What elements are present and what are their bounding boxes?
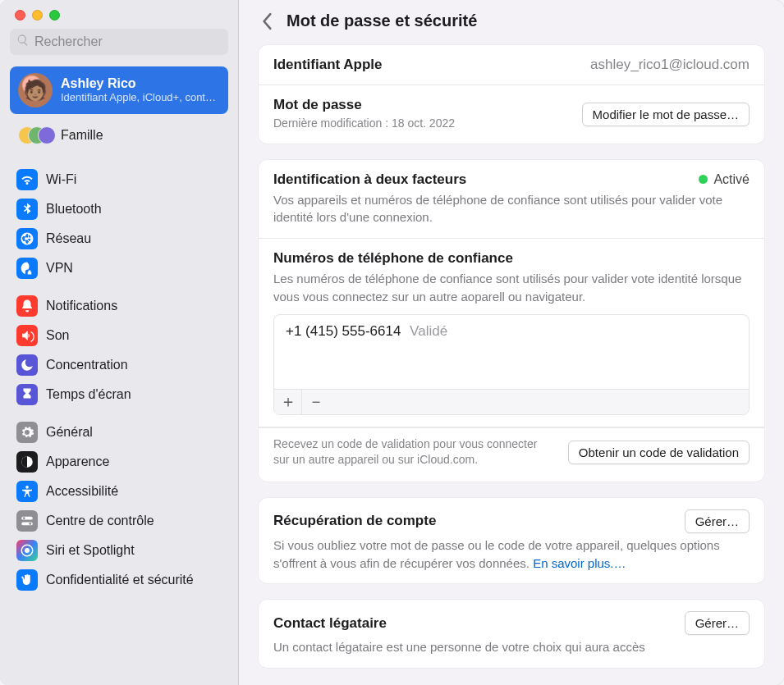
change-password-button[interactable]: Modifier le mot de passe… (582, 103, 750, 126)
row-apple-id: Identifiant Apple ashley_rico1@icloud.co… (259, 45, 764, 85)
sidebar-item-notifications[interactable]: Notifications (10, 291, 228, 321)
sidebar: 🧑🏽 Ashley Rico Identifiant Apple, iCloud… (0, 0, 239, 685)
sidebar-item-controlcenter[interactable]: Centre de contrôle (10, 506, 228, 536)
search-icon (16, 34, 34, 50)
row-two-factor: Identification à deux facteurs Activé Vo… (259, 160, 764, 240)
sidebar-item-privacy[interactable]: Confidentialité et sécurité (10, 565, 228, 595)
sidebar-item-label: Général (46, 425, 93, 440)
account-recovery-title: Récupération de compte (273, 513, 436, 529)
content-header: Mot de passe et sécurité (259, 0, 764, 45)
status-dot-icon (699, 175, 708, 184)
sidebar-item-appearance[interactable]: Apparence (10, 447, 228, 477)
sidebar-item-label: Temps d'écran (46, 387, 131, 402)
sidebar-item-vpn[interactable]: VPN (10, 253, 228, 283)
sidebar-item-label: VPN (46, 261, 73, 276)
remove-phone-button[interactable]: － (302, 390, 330, 414)
sidebar-item-accessibility[interactable]: Accessibilité (10, 477, 228, 506)
card-legacy-contact: Contact légataire Gérer… Un contact léga… (259, 600, 764, 668)
moon-icon (16, 354, 38, 376)
row-password: Mot de passe Dernière modification : 18 … (259, 85, 764, 144)
sidebar-item-focus[interactable]: Concentration (10, 350, 228, 380)
window-controls (10, 8, 228, 29)
minimize-window-button[interactable] (32, 10, 43, 21)
plus-icon: ＋ (280, 390, 296, 413)
svg-point-4 (23, 517, 25, 519)
trusted-phones-title: Numéros de téléphone de confiance (273, 250, 750, 267)
apparence-icon (16, 451, 38, 473)
sidebar-item-label: Concentration (46, 358, 128, 372)
gear-icon (16, 422, 38, 443)
access-icon (16, 481, 38, 502)
manage-account-recovery-button[interactable]: Gérer… (685, 509, 750, 533)
row-trusted-phones: Numéros de téléphone de confiance Les nu… (259, 239, 764, 427)
sidebar-item-label: Wi-Fi (46, 172, 76, 187)
sidebar-item-siri[interactable]: Siri et Spotlight (10, 536, 228, 565)
row-get-verification-code: Recevez un code de validation pour vous … (259, 427, 764, 482)
password-last-modified: Dernière modification : 18 oct. 2022 (273, 116, 455, 132)
family-avatars-icon (18, 124, 53, 147)
trusted-phone-controls: ＋ － (274, 389, 749, 414)
bell-icon (16, 295, 38, 317)
card-two-factor: Identification à deux facteurs Activé Vo… (259, 160, 764, 482)
globe-lock-icon (16, 258, 38, 279)
sidebar-item-wifi[interactable]: Wi-Fi (10, 165, 228, 194)
sidebar-item-label: Apparence (46, 454, 109, 469)
get-verification-code-button[interactable]: Obtenir un code de validation (568, 441, 750, 464)
card-account-recovery: Récupération de compte Gérer… Si vous ou… (259, 498, 764, 584)
manage-legacy-contact-button[interactable]: Gérer… (685, 611, 750, 635)
close-window-button[interactable] (15, 10, 25, 21)
sidebar-item-general[interactable]: Général (10, 418, 228, 447)
two-factor-status: Activé (699, 172, 750, 187)
avatar: 🧑🏽 (18, 73, 53, 107)
minus-icon: － (308, 390, 324, 413)
speaker-icon (16, 325, 38, 346)
fullscreen-window-button[interactable] (49, 10, 60, 21)
apple-id-value: ashley_rico1@icloud.com (590, 57, 750, 73)
search-input[interactable] (34, 34, 222, 49)
account-card[interactable]: 🧑🏽 Ashley Rico Identifiant Apple, iCloud… (10, 66, 228, 114)
sidebar-item-label: Réseau (46, 231, 91, 246)
content-pane: Mot de passe et sécurité Identifiant App… (239, 0, 784, 685)
page-title: Mot de passe et sécurité (287, 11, 477, 30)
row-account-recovery: Récupération de compte Gérer… Si vous ou… (259, 498, 764, 584)
legacy-contact-description: Un contact légataire est une personne de… (273, 638, 750, 656)
globe-icon (16, 228, 38, 249)
sidebar-item-network[interactable]: Réseau (10, 224, 228, 253)
sidebar-item-label: Famille (61, 128, 103, 143)
row-legacy-contact: Contact légataire Gérer… Un contact léga… (259, 600, 764, 668)
card-identity: Identifiant Apple ashley_rico1@icloud.co… (259, 45, 764, 144)
sidebar-item-sound[interactable]: Son (10, 321, 228, 350)
sidebar-item-label: Centre de contrôle (46, 514, 154, 528)
switches-icon (16, 510, 38, 532)
hourglass-icon (16, 384, 38, 405)
verification-code-description: Recevez un code de validation pour vous … (273, 436, 553, 468)
account-subtitle: Identifiant Apple, iCloud+, contenu mult… (61, 91, 217, 104)
legacy-contact-title: Contact légataire (273, 615, 387, 632)
phone-number-text: +1 (415) 555-6614 (286, 323, 401, 339)
sidebar-item-family[interactable]: Famille (10, 119, 228, 152)
two-factor-title: Identification à deux facteurs (273, 171, 466, 188)
learn-more-link[interactable]: En savoir plus.… (533, 556, 626, 570)
wifi-icon (16, 169, 38, 190)
password-label: Mot de passe (273, 97, 455, 113)
add-phone-button[interactable]: ＋ (274, 390, 302, 414)
sidebar-item-label: Son (46, 328, 69, 343)
two-factor-description: Vos appareils et numéros de téléphone de… (273, 191, 750, 227)
sidebar-item-label: Accessibilité (46, 484, 118, 499)
trusted-phone-entry[interactable]: +1 (415) 555-6614 Validé (274, 315, 749, 389)
svg-point-5 (29, 523, 31, 525)
sidebar-item-bluetooth[interactable]: Bluetooth (10, 194, 228, 224)
two-factor-status-text: Activé (713, 172, 750, 187)
apple-id-label: Identifiant Apple (273, 57, 383, 73)
sidebar-item-screentime[interactable]: Temps d'écran (10, 380, 228, 409)
sidebar-item-label: Siri et Spotlight (46, 543, 135, 558)
trusted-phones-description: Les numéros de téléphone de confiance so… (273, 270, 750, 306)
trusted-phones-list: +1 (415) 555-6614 Validé ＋ － (273, 314, 750, 415)
sidebar-item-label: Notifications (46, 299, 117, 313)
bluetooth-icon (16, 199, 38, 220)
search-field[interactable] (10, 29, 228, 55)
account-recovery-description: Si vous oubliez votre mot de passe ou le… (273, 537, 750, 573)
svg-point-1 (25, 486, 29, 489)
svg-point-7 (25, 548, 30, 553)
back-button[interactable] (259, 12, 277, 30)
